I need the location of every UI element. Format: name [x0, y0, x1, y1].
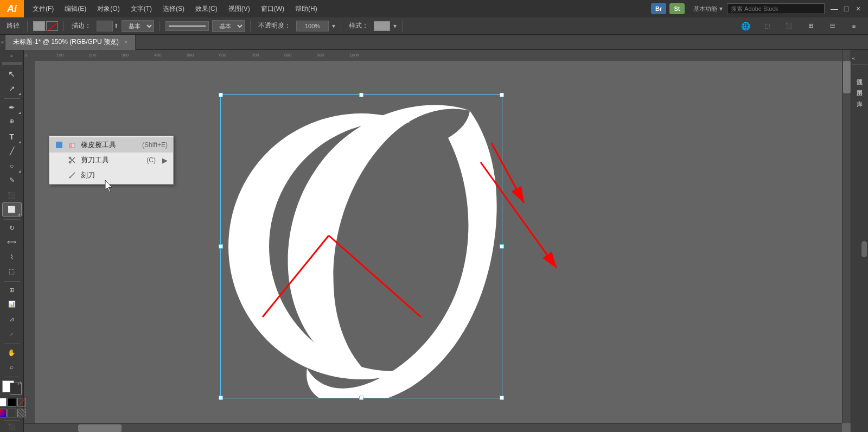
- menu-object[interactable]: 对象(O): [93, 2, 124, 16]
- eyedropper-tool-button[interactable]: ⌿: [2, 327, 22, 341]
- path-label: 路径: [4, 21, 22, 30]
- ruler-left: [24, 61, 35, 423]
- eyedropper-icon: ⌿: [10, 330, 14, 338]
- menu-view[interactable]: 视图(V): [224, 2, 254, 16]
- svg-rect-3: [24, 50, 842, 61]
- tool-separator-3: [4, 281, 20, 282]
- h-scroll-thumb[interactable]: [78, 424, 122, 432]
- ellipse-tool-button[interactable]: ○: [2, 159, 22, 173]
- transform2-icon[interactable]: ⬛: [779, 19, 799, 33]
- properties-tab[interactable]: 属性: [854, 71, 865, 78]
- scissor-submenu-arrow: ▶: [162, 156, 168, 164]
- vertical-scrollbar[interactable]: [842, 50, 851, 423]
- stroke-up-down[interactable]: ⬆: [114, 23, 118, 29]
- transform-icon[interactable]: ⬚: [757, 19, 777, 33]
- view-toggle[interactable]: ⊟: [822, 19, 842, 33]
- menu-list-icon[interactable]: ≡: [844, 19, 864, 33]
- layers-tab[interactable]: 图层: [854, 82, 865, 88]
- stroke-mode-icon[interactable]: [8, 398, 16, 406]
- opacity-input[interactable]: [296, 21, 329, 31]
- library-tab[interactable]: 库: [854, 93, 865, 99]
- text-icon: T: [9, 132, 14, 141]
- minimize-button[interactable]: —: [829, 3, 840, 14]
- right-toolbar-icons: 🌐 ⬚ ⬛ ⊞ ⊟ ≡: [736, 19, 864, 33]
- stroke-width-input[interactable]: [97, 21, 113, 31]
- anchor-point-tool-button[interactable]: ⊕: [2, 115, 22, 129]
- fill-color-area[interactable]: [33, 21, 58, 31]
- menu-edit[interactable]: 编辑(E): [60, 2, 91, 16]
- bridge-button[interactable]: Br: [651, 3, 666, 14]
- right-panel-collapse[interactable]: «: [852, 54, 867, 65]
- properties-toolbar: 路径 描边： ⬆ 基本 基本 不透明度： ▾ 样式： ▾ 🌐 ⬚ ⬛ ⊞ ⊟ ≡: [0, 17, 868, 35]
- stroke-color-box[interactable]: [46, 21, 58, 31]
- window-controls: — □ ×: [829, 3, 864, 14]
- menu-help[interactable]: 帮助(H): [291, 2, 322, 16]
- stroke-type-select[interactable]: 基本: [122, 20, 154, 32]
- selection-tool-button[interactable]: ↖: [2, 67, 22, 81]
- globe-icon[interactable]: 🌐: [736, 19, 755, 33]
- zoom-tool-button[interactable]: ⌕: [2, 360, 22, 374]
- slice-tool-button[interactable]: ⊿: [2, 313, 22, 327]
- artboard-tool2-button[interactable]: ⬛: [2, 422, 22, 432]
- style-preview[interactable]: [374, 21, 390, 31]
- color-mode-group: [0, 409, 26, 417]
- right-scroll-handle[interactable]: [861, 241, 867, 257]
- none-mode-icon[interactable]: [17, 398, 26, 406]
- svg-rect-27: [69, 143, 72, 148]
- fill-mode-icon[interactable]: [0, 398, 7, 406]
- eraser-tool-button[interactable]: ⬜: [2, 202, 22, 217]
- v-scroll-thumb[interactable]: [843, 61, 851, 93]
- stroke-value-area[interactable]: ⬆: [97, 21, 118, 31]
- context-menu-scissor[interactable]: 剪刀工具 (C) ▶: [49, 153, 173, 168]
- svg-text:400: 400: [154, 53, 162, 58]
- swap-colors-icon[interactable]: ⇄: [17, 380, 22, 386]
- stroke-style-select[interactable]: 基本: [212, 20, 245, 32]
- menu-text[interactable]: 文字(T): [126, 2, 156, 16]
- line-tool-button[interactable]: ╱: [2, 144, 22, 158]
- chart-tool-button[interactable]: 📊: [2, 297, 22, 312]
- tab-collapse[interactable]: «: [0, 35, 5, 50]
- stroke-line-preview: [165, 21, 209, 31]
- style-chevron[interactable]: ▾: [393, 22, 397, 30]
- hand-tool-button[interactable]: ✋: [2, 346, 22, 360]
- svg-text:800: 800: [284, 53, 292, 58]
- menu-file[interactable]: 文件(F): [28, 2, 58, 16]
- paintbucket-icon: ⬛: [8, 192, 16, 199]
- pencil-tool-button[interactable]: ✎: [2, 173, 22, 187]
- rotate-tool-button[interactable]: ↻: [2, 221, 22, 235]
- color-wheel-icon[interactable]: [8, 409, 16, 417]
- pattern-icon[interactable]: [17, 409, 26, 417]
- moon-svg-main: [220, 94, 502, 398]
- menu-effect[interactable]: 效果(C): [191, 2, 222, 16]
- context-menu-eraser[interactable]: 橡皮擦工具 (Shift+E): [49, 137, 173, 153]
- workspace-chevron-icon[interactable]: ▾: [719, 5, 723, 12]
- close-button[interactable]: ×: [853, 3, 864, 14]
- maximize-button[interactable]: □: [841, 3, 852, 14]
- scissor-menu-icon: [68, 156, 76, 164]
- panel-toggle[interactable]: ≡: [9, 52, 15, 60]
- menu-window[interactable]: 窗口(W): [257, 2, 289, 16]
- tab-close-button[interactable]: ×: [124, 39, 127, 45]
- text-tool-button[interactable]: T: [2, 130, 22, 144]
- direct-selection-tool-button[interactable]: ↗: [2, 81, 22, 96]
- horizontal-scrollbar[interactable]: [24, 423, 842, 432]
- artboard-tool-button[interactable]: ⊞: [2, 283, 22, 297]
- right-collapse-icon: «: [852, 55, 856, 61]
- document-tab[interactable]: 未标题-1* @ 150% (RGB/GPU 预览) ×: [5, 35, 136, 50]
- warp-tool-button[interactable]: ⌇: [2, 250, 22, 264]
- paintbucket-tool-button[interactable]: ⬛: [2, 188, 22, 202]
- opacity-chevron[interactable]: ▾: [332, 22, 335, 30]
- mirror-tool-button[interactable]: ⟺: [2, 235, 22, 249]
- toolbar-separator-1: [27, 21, 28, 31]
- search-box[interactable]: 搜索 Adobe Stock: [727, 3, 825, 14]
- align-icon[interactable]: ⊞: [801, 19, 820, 33]
- pen-tool-button[interactable]: ✒: [2, 100, 22, 115]
- fill-color-box[interactable]: [33, 21, 45, 31]
- menu-select[interactable]: 选择(S): [158, 2, 189, 16]
- free-transform-tool-button[interactable]: ⬚: [2, 264, 22, 278]
- gradient-icon[interactable]: [0, 409, 7, 417]
- tool-separator-2: [4, 219, 20, 220]
- text-tools-group: T ╱: [2, 130, 22, 158]
- context-menu-knife[interactable]: 刻刀: [49, 168, 173, 183]
- stock-button[interactable]: St: [669, 3, 685, 14]
